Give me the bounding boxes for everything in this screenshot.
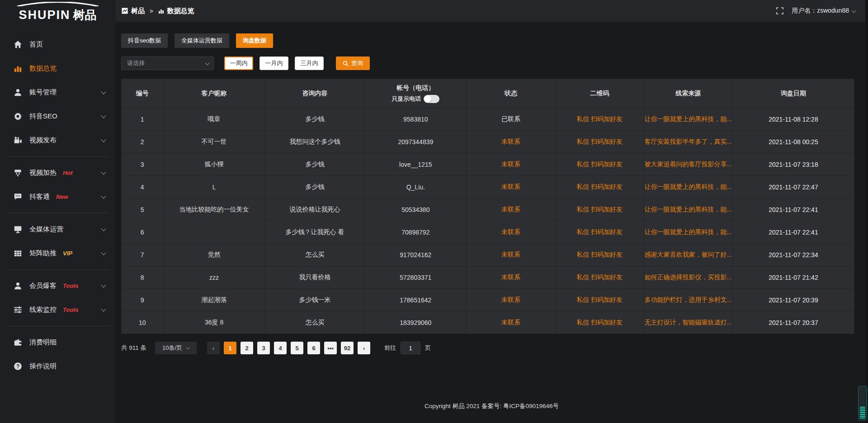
sidebar-item-label: 账号管理 xyxy=(29,88,57,97)
page-button[interactable]: 3 xyxy=(257,342,270,354)
fullscreen-icon[interactable] xyxy=(776,7,783,14)
page-button[interactable]: 6 xyxy=(307,342,320,354)
sidebar-item-video-heat[interactable]: 视频加热 Hot xyxy=(0,161,115,185)
user-menu[interactable]: 用户名：zswodun88 xyxy=(792,7,855,15)
sidebar-item-help[interactable]: ? 操作说明 xyxy=(0,354,115,378)
chevron-down-icon xyxy=(101,89,106,94)
next-page-button[interactable]: › xyxy=(358,342,370,354)
source-link[interactable]: 感谢大家喜欢我家，被问了好... xyxy=(644,251,732,258)
floating-service-widget[interactable] xyxy=(858,386,867,420)
status-badge: 未联系 xyxy=(501,160,520,168)
sidebar-item-home[interactable]: 首页 xyxy=(0,33,115,56)
qrcode-links[interactable]: 私信 扫码加好友 xyxy=(576,319,623,326)
range-month-button[interactable]: 一月内 xyxy=(259,56,288,70)
tab-omnimedia-data[interactable]: 全媒体运营数据 xyxy=(175,33,229,48)
page-button[interactable]: 5 xyxy=(291,342,303,354)
page-button[interactable]: ••• xyxy=(324,342,337,354)
source-link[interactable]: 无主灯设计，智能磁吸轨道灯... xyxy=(644,319,732,326)
tab-douyin-seo-data[interactable]: 抖音seo数据 xyxy=(121,33,168,48)
status-badge: 未联系 xyxy=(501,273,520,281)
topbar-right: 用户名：zswodun88 xyxy=(776,7,855,15)
page-button[interactable]: 1 xyxy=(224,342,236,354)
range-week-button[interactable]: 一周内 xyxy=(224,56,253,70)
logo-text-en: SHUPIN xyxy=(19,8,70,22)
col-nickname: 客户昵称 xyxy=(163,79,265,108)
phone-only-toggle[interactable] xyxy=(424,95,439,103)
cell-qrcode: 私信 扫码加好友 xyxy=(555,244,644,266)
qrcode-links[interactable]: 私信 扫码加好友 xyxy=(576,296,623,303)
source-link[interactable]: 让你一眼就爱上的黑科技，能... xyxy=(644,183,732,190)
sidebar-item-matrix-boost[interactable]: 矩阵助推 VIP xyxy=(0,241,115,265)
heat-plug-icon xyxy=(14,169,22,177)
footer: Copyright 树品 2021 备案号: 粤ICP备09019646号 xyxy=(115,388,868,423)
cell-source: 被大家追着问的客厅投影分享... xyxy=(644,153,732,176)
chevron-down-icon xyxy=(101,193,106,198)
page-button[interactable]: 4 xyxy=(274,342,287,354)
phone-toggle-label: 只显示电话 xyxy=(392,95,421,103)
qrcode-links[interactable]: 私信 扫码加好友 xyxy=(576,138,623,145)
cell-status: 未联系 xyxy=(467,198,555,221)
cell-status: 未联系 xyxy=(467,176,555,198)
svg-text:?: ? xyxy=(16,363,19,370)
qrcode-links[interactable]: 私信 扫码加好友 xyxy=(576,228,623,235)
pagination: 共 911 条 10条/页 ‹ 123456•••92 › 前往 页 xyxy=(121,342,854,354)
breadcrumb-root[interactable]: 树品 xyxy=(131,7,145,15)
account-select[interactable]: 请选择 xyxy=(121,56,214,70)
sidebar-item-doukertong[interactable]: 抖客通 New xyxy=(0,185,115,209)
search-button[interactable]: 查询 xyxy=(336,56,370,70)
source-link[interactable]: 让你一眼就爱上的黑科技，能... xyxy=(644,115,732,122)
qrcode-links[interactable]: 私信 扫码加好友 xyxy=(576,251,623,258)
source-link[interactable]: 客厅安装投影半年多了，真实... xyxy=(644,138,732,145)
total-count: 共 911 条 xyxy=(121,344,146,352)
cell-id: 2 xyxy=(122,131,163,153)
col-account: 帐号（电话） 只显示电话 xyxy=(365,79,467,108)
qrcode-links[interactable]: 私信 扫码加好友 xyxy=(576,183,623,190)
source-link[interactable]: 被大家追着问的客厅投影分享... xyxy=(644,160,732,168)
chevron-down-icon xyxy=(186,346,190,349)
source-link[interactable]: 让你一眼就爱上的黑科技，能... xyxy=(644,206,732,213)
sidebar-item-label: 抖音SEO xyxy=(29,112,57,121)
home-icon xyxy=(14,40,22,49)
sidebar-item-douyin-seo[interactable]: 抖音SEO xyxy=(0,104,115,128)
page-button[interactable]: 2 xyxy=(241,342,253,354)
scrollbar-track[interactable] xyxy=(865,0,868,423)
qrcode-links[interactable]: 私信 扫码加好友 xyxy=(576,206,623,213)
table-row: 2 不可一世 我想问这个多少钱 2097344839 未联系 私信 扫码加好友 … xyxy=(122,131,854,153)
source-link[interactable]: 如何正确选择投影仪，买投影... xyxy=(644,273,732,281)
cell-content: 怎么买 xyxy=(265,244,364,266)
sidebar-item-omni-media[interactable]: 全媒体运营 xyxy=(0,217,115,241)
range-quarter-button[interactable]: 三月内 xyxy=(295,56,324,70)
cell-date: 2021-11-07 20:39 xyxy=(732,289,854,311)
goto-page-input[interactable] xyxy=(401,342,420,354)
qrcode-links[interactable]: 私信 扫码加好友 xyxy=(576,273,623,281)
qrcode-links[interactable]: 私信 扫码加好友 xyxy=(576,115,623,122)
cell-source: 让你一眼就爱上的黑科技，能... xyxy=(644,108,732,131)
status-badge: 已联系 xyxy=(501,115,520,122)
sidebar-item-spend-detail[interactable]: 消费明细 xyxy=(0,330,115,354)
member-icon xyxy=(14,282,22,290)
qrcode-links[interactable]: 私信 扫码加好友 xyxy=(576,160,623,168)
source-link[interactable]: 让你一眼就爱上的黑科技，能... xyxy=(644,228,732,235)
chevron-down-icon xyxy=(205,61,210,65)
logo-arc xyxy=(13,2,103,6)
prev-page-button[interactable]: ‹ xyxy=(207,342,220,354)
source-link[interactable]: 多功能护栏灯，适用于乡村文... xyxy=(644,296,732,303)
page-button[interactable]: 92 xyxy=(341,342,354,354)
breadcrumb-current: 数据总览 xyxy=(167,7,194,15)
sidebar-item-label: 抖客通 xyxy=(29,193,50,201)
sidebar-item-label: 消费明细 xyxy=(29,338,57,347)
cell-status: 已联系 xyxy=(467,108,555,131)
tab-inquiry-data[interactable]: 询盘数据 xyxy=(236,33,273,48)
cell-source: 让你一眼就爱上的黑科技，能... xyxy=(644,176,732,198)
sidebar-item-member-baoke[interactable]: 会员爆客 Tools xyxy=(0,274,115,298)
cell-id: 10 xyxy=(122,311,163,334)
monitor-icon xyxy=(14,225,22,234)
sidebar-item-account-mgmt[interactable]: 账号管理 xyxy=(0,80,115,104)
page-size-select[interactable]: 10条/页 xyxy=(155,342,197,354)
sidebar-item-video-publish[interactable]: 视频发布 xyxy=(0,128,115,152)
inquiry-table: 编号 客户昵称 咨询内容 帐号（电话） 只显示电话 状态 二维码 xyxy=(121,79,854,334)
sidebar-item-lead-monitor[interactable]: 线索监控 Tools xyxy=(0,298,115,322)
chevron-down-icon xyxy=(101,282,106,287)
sidebar-item-data-overview[interactable]: 数据总览 xyxy=(0,56,115,80)
cell-date: 2021-11-07 21:42 xyxy=(732,266,854,289)
